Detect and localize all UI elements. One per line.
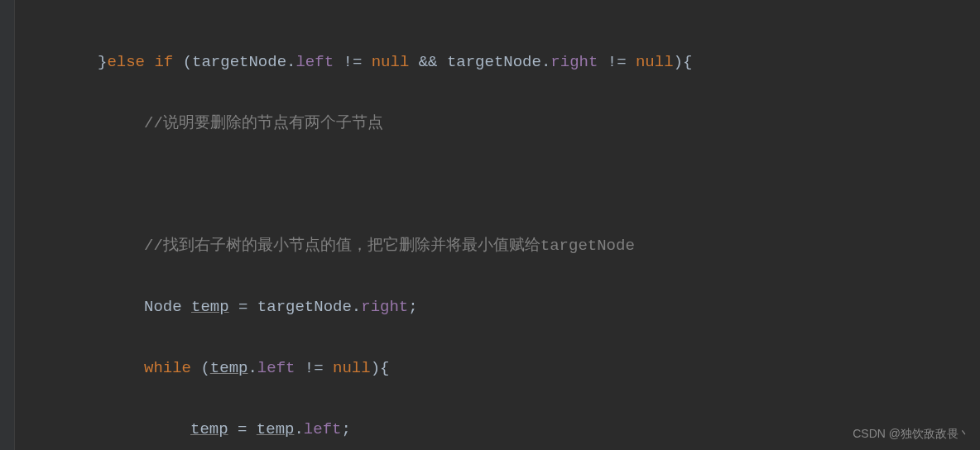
- code-line: [98, 170, 980, 200]
- code-line: }else if (targetNode.left != null && tar…: [98, 47, 980, 78]
- code-line: //说明要删除的节点有两个子节点: [98, 108, 980, 139]
- code-line: //找到右子树的最小节点的值，把它删除并将最小值赋给targetNode: [98, 231, 980, 261]
- code-line: temp = temp.left;: [98, 414, 980, 445]
- code-editor[interactable]: }else if (targetNode.left != null && tar…: [0, 0, 980, 450]
- code-line: while (temp.left != null){: [98, 353, 980, 384]
- watermark-text: CSDN @独饮敌敌畏丶: [853, 423, 970, 445]
- editor-gutter: [0, 0, 15, 450]
- code-line: Node temp = targetNode.right;: [98, 292, 980, 323]
